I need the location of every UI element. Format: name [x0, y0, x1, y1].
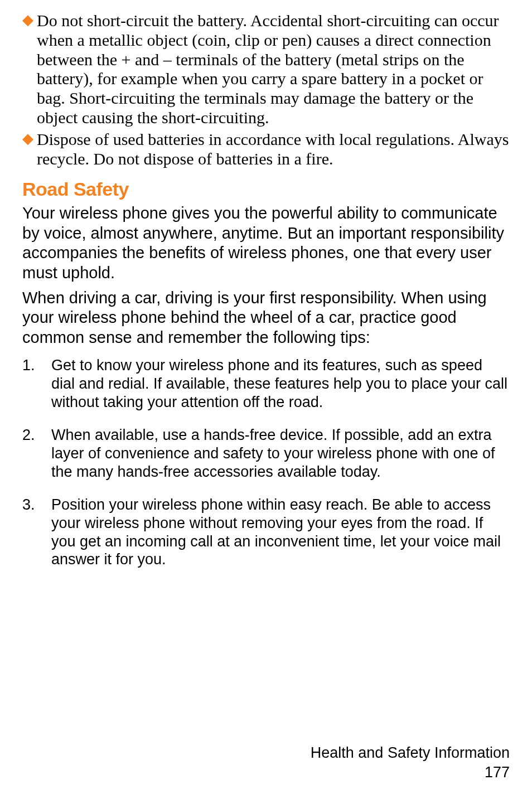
list-number: 2.	[22, 426, 51, 481]
list-number: 3.	[22, 496, 51, 569]
numbered-text: Position your wireless phone within easy…	[51, 496, 510, 569]
body-paragraph: When driving a car, driving is your firs…	[22, 288, 510, 347]
bullet-text: Do not short-circuit the battery. Accide…	[37, 11, 510, 128]
bullet-item: ◆ Dispose of used batteries in accordanc…	[22, 130, 510, 169]
diamond-bullet-icon: ◆	[22, 11, 33, 128]
numbered-text: When available, use a hands-free device.…	[51, 426, 510, 481]
bullet-item: ◆ Do not short-circuit the battery. Acci…	[22, 11, 510, 128]
numbered-text: Get to know your wireless phone and its …	[51, 356, 510, 411]
section-heading: Road Safety	[22, 178, 510, 200]
body-paragraph: Your wireless phone gives you the powerf…	[22, 204, 510, 283]
bullet-text: Dispose of used batteries in accordance …	[37, 130, 510, 169]
diamond-bullet-icon: ◆	[22, 130, 33, 169]
numbered-list: 1. Get to know your wireless phone and i…	[22, 356, 510, 569]
numbered-item: 3. Position your wireless phone within e…	[22, 496, 510, 569]
footer-page-number: 177	[311, 763, 510, 782]
footer-section-name: Health and Safety Information	[311, 743, 510, 763]
numbered-item: 2. When available, use a hands-free devi…	[22, 426, 510, 481]
page-footer: Health and Safety Information 177	[311, 743, 510, 782]
numbered-item: 1. Get to know your wireless phone and i…	[22, 356, 510, 411]
list-number: 1.	[22, 356, 51, 411]
bullet-list: ◆ Do not short-circuit the battery. Acci…	[22, 11, 510, 168]
